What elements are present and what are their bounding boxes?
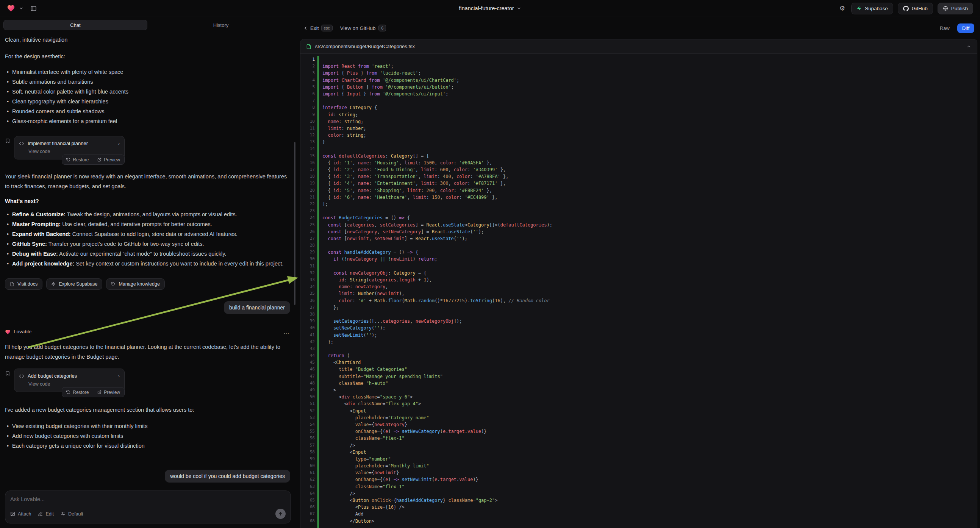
line-number: 24 [301, 215, 315, 221]
code-line: const newCategoryObj: Category = { [322, 270, 977, 277]
restore-button[interactable]: Restore [62, 388, 93, 397]
code-line [322, 311, 977, 318]
code-line: { id: '3', name: 'Transportation', limit… [322, 173, 977, 180]
code-line [322, 263, 977, 270]
supabase-button[interactable]: Supabase [851, 3, 893, 14]
lovable-heart-icon [5, 329, 11, 335]
tab-history[interactable]: History [149, 20, 293, 30]
line-number: 37 [301, 304, 315, 311]
code-line: ]; [322, 201, 977, 208]
assistant-header: Lovable … [5, 327, 290, 337]
whats-next-list: Refine & Customize: Tweak the design, an… [5, 210, 290, 269]
project-chevron-icon [517, 6, 521, 11]
project-switcher[interactable]: financial-future-creator [459, 5, 521, 11]
lovable-logo[interactable] [7, 4, 15, 13]
code-line: </Button> [322, 518, 977, 525]
list-item: Rounded corners and subtle shadows [5, 107, 290, 116]
line-number: 34 [301, 283, 315, 290]
list-item: GitHub Sync: Transfer your project's cod… [5, 239, 290, 249]
code-line: id: String(categories.length + 1), [322, 277, 977, 283]
code-line: className="flex-1" [322, 483, 977, 490]
line-number: 55 [301, 428, 315, 435]
tab-chat[interactable]: Chat [3, 20, 147, 30]
preview-icon [97, 157, 102, 162]
view-code-link[interactable]: View code [29, 148, 120, 154]
restore-button[interactable]: Restore [62, 155, 93, 164]
code-line: /> [322, 442, 977, 449]
sliders-icon [60, 511, 65, 516]
view-code-link[interactable]: View code [29, 381, 120, 387]
file-header[interactable]: src/components/budget/BudgetCategories.t… [301, 40, 977, 54]
line-number: 3 [301, 70, 315, 76]
line-number: 62 [301, 476, 315, 483]
code-line: color: '#' + Math.floor(Math.random()*16… [322, 297, 977, 304]
line-number: 48 [301, 380, 315, 387]
panel-toggle-icon[interactable] [30, 5, 37, 12]
added-bullet-list: View existing budget categories with the… [5, 421, 290, 451]
line-number: 43 [301, 345, 315, 352]
workspace-chevron-icon[interactable] [19, 6, 24, 11]
chat-messages: Clean, intuitive navigation For the desi… [0, 32, 296, 487]
line-number: 63 [301, 483, 315, 490]
code-line [322, 145, 977, 152]
chat-tabbar: Chat History [0, 17, 296, 32]
code-line: /> [322, 490, 977, 497]
project-name: financial-future-creator [459, 5, 514, 11]
code-line: <Input [322, 449, 977, 456]
chevron-right-icon: › [118, 373, 120, 380]
line-number: 52 [301, 407, 315, 414]
view-on-github-link[interactable]: View on GitHub 6 [340, 25, 386, 32]
line-number: 33 [301, 277, 315, 283]
line-number: 27 [301, 235, 315, 242]
exit-label: Exit [310, 25, 319, 31]
line-number: 59 [301, 456, 315, 463]
visit-docs-button[interactable]: Visit docs [5, 278, 43, 290]
message-options-button[interactable]: … [283, 327, 290, 337]
diff-toggle-button[interactable]: Diff [957, 24, 974, 33]
edit-mode-button[interactable]: Edit [38, 511, 54, 517]
chat-input[interactable] [10, 496, 286, 502]
line-number: 54 [301, 421, 315, 428]
github-button[interactable]: GitHub [898, 3, 933, 14]
code-line [322, 345, 977, 352]
design-aesthetic-heading: For the design aesthetic: [5, 51, 290, 61]
manage-knowledge-button[interactable]: Manage knowledge [106, 278, 164, 290]
raw-toggle-button[interactable]: Raw [935, 24, 954, 33]
added-paragraph: I've added a new budget categories manag… [5, 405, 290, 415]
code-line: color: string; [322, 132, 977, 138]
model-default-button[interactable]: Default [60, 511, 83, 517]
publish-label: Publish [951, 6, 968, 11]
preview-button[interactable]: Preview [93, 155, 124, 164]
list-item: Add new budget categories with custom li… [5, 431, 290, 441]
code-viewer: src/components/budget/BudgetCategories.t… [300, 39, 977, 528]
line-number: 36 [301, 297, 315, 304]
code-line: name: newCategory, [322, 283, 977, 290]
publish-button[interactable]: Publish [937, 3, 973, 14]
list-item: Debug with Ease: Activate our experiment… [5, 249, 290, 259]
settings-gear-icon[interactable]: ⚙ [840, 5, 845, 13]
line-number: 23 [301, 208, 315, 215]
line-number: 13 [301, 138, 315, 145]
chat-panel: Chat History Clean, intuitive navigation… [0, 17, 296, 528]
bookmark-icon [5, 369, 10, 392]
preview-button[interactable]: Preview [93, 388, 124, 397]
line-number: 46 [301, 366, 315, 373]
code-line [322, 97, 977, 104]
code-line: onChange={(e) => setNewCategory(e.target… [322, 428, 977, 435]
composer: Attach Edit Default [5, 490, 291, 523]
code-line: className="flex-1" [322, 435, 977, 442]
code-body[interactable]: 1234567891011121314151617181920212223242… [301, 54, 977, 528]
send-button[interactable] [275, 509, 286, 519]
line-number: 39 [301, 318, 315, 324]
explore-supabase-button[interactable]: Explore Supabase [46, 278, 102, 290]
list-item: Refine & Customize: Tweak the design, an… [5, 210, 290, 219]
line-number: 65 [301, 497, 315, 504]
code-gutter: 1234567891011121314151617181920212223242… [301, 56, 315, 528]
code-line: setCategories([...categories, newCategor… [322, 318, 977, 324]
attach-button[interactable]: Attach [10, 511, 31, 517]
exit-button[interactable]: Exit esc [303, 25, 332, 32]
collapse-file-button[interactable] [966, 44, 971, 49]
github-label: GitHub [912, 6, 928, 11]
line-number: 15 [301, 153, 315, 159]
chat-scrollbar[interactable] [294, 142, 296, 305]
